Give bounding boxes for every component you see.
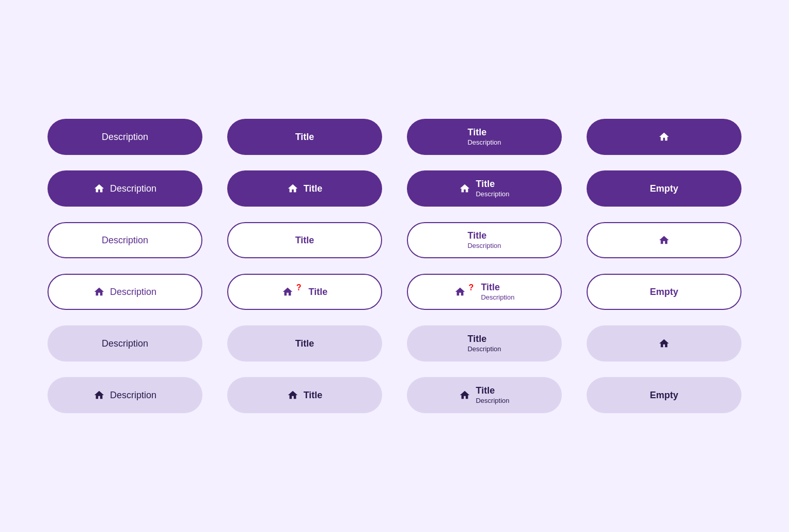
btn-subtitle-label: Description bbox=[467, 138, 501, 147]
btn-empty-label: Empty bbox=[650, 287, 678, 298]
btn-description-label: Description bbox=[110, 183, 156, 194]
btn-icon-title[interactable]: Title bbox=[227, 170, 382, 207]
button-grid: DescriptionTitle Title Description Descr… bbox=[42, 119, 747, 413]
home-icon bbox=[454, 286, 466, 298]
btn-title-description[interactable]: Title Description bbox=[407, 222, 562, 258]
btn-icon-badge-title-description[interactable]: ? Title Description bbox=[407, 274, 562, 310]
home-icon bbox=[658, 131, 670, 143]
btn-empty[interactable]: Empty bbox=[587, 274, 741, 310]
btn-description-label: Description bbox=[110, 287, 156, 298]
btn-subtitle-label: Description bbox=[476, 190, 509, 199]
btn-title-only[interactable]: Title bbox=[227, 222, 382, 258]
btn-title-label: Title bbox=[295, 235, 314, 246]
home-icon bbox=[93, 183, 105, 194]
btn-title-only[interactable]: Title bbox=[227, 119, 382, 155]
btn-title-description[interactable]: Title Description bbox=[407, 119, 562, 155]
btn-subtitle-label: Description bbox=[467, 242, 501, 251]
btn-text-stack: Title Description bbox=[467, 230, 501, 251]
btn-title-label: Title bbox=[304, 183, 323, 194]
btn-icon-description[interactable]: Description bbox=[48, 377, 202, 413]
btn-subtitle-label: Description bbox=[476, 397, 509, 405]
badge-question: ? bbox=[469, 283, 474, 292]
btn-empty-label: Empty bbox=[650, 183, 678, 194]
btn-description-only[interactable]: Description bbox=[48, 222, 202, 258]
home-icon bbox=[459, 183, 470, 194]
btn-description-label: Description bbox=[102, 338, 148, 349]
btn-subtitle-label: Description bbox=[481, 293, 514, 302]
btn-empty[interactable]: Empty bbox=[587, 377, 741, 413]
btn-icon-description[interactable]: Description bbox=[48, 170, 202, 207]
btn-icon-title-description[interactable]: Title Description bbox=[407, 170, 562, 207]
home-icon bbox=[658, 234, 670, 246]
home-icon bbox=[93, 286, 105, 298]
btn-icon-badge-title[interactable]: ?Title bbox=[227, 274, 382, 310]
btn-subtitle-label: Description bbox=[467, 345, 501, 354]
btn-title-only[interactable]: Title bbox=[227, 325, 382, 362]
badge-question: ? bbox=[296, 283, 302, 292]
btn-title-label: Title bbox=[481, 281, 500, 293]
btn-icon-title[interactable]: Title bbox=[227, 377, 382, 413]
btn-text-stack: Title Description bbox=[467, 333, 501, 354]
btn-description-label: Description bbox=[102, 132, 148, 143]
home-icon bbox=[287, 389, 298, 401]
btn-text-stack: Title Description bbox=[476, 385, 509, 405]
btn-title-label: Title bbox=[476, 385, 495, 397]
btn-icon-only[interactable] bbox=[587, 325, 741, 362]
btn-icon-only[interactable] bbox=[587, 119, 741, 155]
home-icon bbox=[93, 389, 105, 401]
btn-title-label: Title bbox=[304, 390, 323, 401]
btn-text-stack: Title Description bbox=[476, 178, 509, 199]
btn-icon-only[interactable] bbox=[587, 222, 741, 258]
btn-description-only[interactable]: Description bbox=[48, 325, 202, 362]
btn-title-label: Title bbox=[467, 127, 486, 138]
btn-empty[interactable]: Empty bbox=[587, 170, 741, 207]
btn-empty-label: Empty bbox=[650, 390, 678, 401]
btn-title-label: Title bbox=[467, 333, 486, 345]
btn-title-label: Title bbox=[476, 178, 495, 190]
btn-icon-description[interactable]: Description bbox=[48, 274, 202, 310]
btn-icon-title-description[interactable]: Title Description bbox=[407, 377, 562, 413]
btn-title-label: Title bbox=[467, 230, 486, 242]
btn-title-description[interactable]: Title Description bbox=[407, 325, 562, 362]
home-icon bbox=[287, 183, 298, 194]
btn-description-label: Description bbox=[110, 390, 156, 401]
btn-description-only[interactable]: Description bbox=[48, 119, 202, 155]
btn-title-label: Title bbox=[295, 338, 314, 349]
home-icon bbox=[459, 389, 470, 401]
btn-title-label: Title bbox=[295, 132, 314, 143]
btn-text-stack: Title Description bbox=[481, 281, 514, 302]
btn-title-label: Title bbox=[309, 287, 328, 298]
home-icon bbox=[282, 286, 293, 298]
home-icon bbox=[658, 338, 670, 349]
btn-description-label: Description bbox=[102, 235, 148, 246]
btn-text-stack: Title Description bbox=[467, 127, 501, 147]
